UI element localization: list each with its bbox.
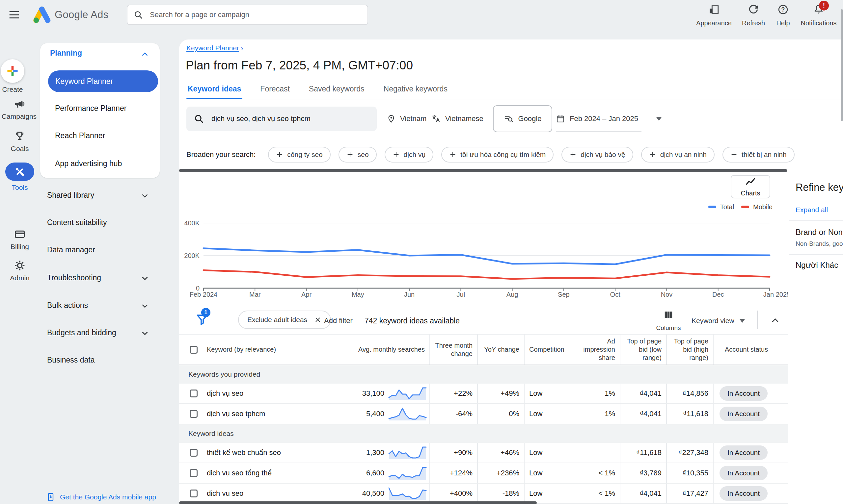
charts-toggle-button[interactable]: Charts [731, 175, 770, 198]
header-top-bid-low[interactable]: Top of page bid (low range) [620, 335, 666, 364]
header-yoy-change[interactable]: YoY change [477, 335, 524, 364]
chevron-up-icon[interactable] [140, 49, 150, 59]
row-checkbox[interactable] [190, 390, 197, 397]
breadcrumb[interactable]: Keyword Planner › [186, 44, 243, 52]
chevron-down-icon[interactable] [140, 191, 150, 201]
chevron-down-icon[interactable] [140, 273, 150, 283]
location-selector[interactable]: Vietnam [387, 107, 427, 131]
tab-negative-keywords[interactable]: Negative keywords [382, 85, 449, 100]
sidebar-section-planning[interactable]: Planning [50, 49, 82, 58]
broaden-chip[interactable]: seo [339, 147, 377, 163]
dropdown-arrow-icon [656, 117, 662, 121]
broaden-chip[interactable]: dịch vụ an ninh [641, 147, 715, 163]
refresh-button[interactable]: Refresh [738, 4, 769, 27]
sidebar-section-business-data[interactable]: Business data [47, 356, 94, 364]
header-ad-impression-share[interactable]: Ad impression share [572, 335, 620, 364]
keyword-search-input[interactable]: dịch vụ seo, dịch vụ seo tphcm [186, 107, 377, 131]
refine-group-nguoi-khac[interactable]: Người Khác [795, 260, 838, 270]
row-checkbox[interactable] [190, 469, 197, 477]
plus-icon [346, 151, 354, 158]
broaden-chip[interactable]: công ty seo [268, 147, 330, 163]
expand-all-link[interactable]: Expand all [795, 206, 828, 214]
header-three-month-change[interactable]: Three month change [429, 335, 477, 364]
vertical-scrollbar[interactable] [841, 9, 843, 121]
account-status-badge[interactable]: In Account [720, 407, 768, 421]
sidebar-section-troubleshooting[interactable]: Troubleshooting [47, 273, 101, 282]
section-row-keywords-you-provided: Keywords you provided [179, 365, 788, 383]
legend-label-mobile: Mobile [753, 203, 773, 211]
nav-tools[interactable]: Tools [0, 163, 39, 192]
mobile-app-link[interactable]: Get the Google Ads mobile app [46, 491, 156, 503]
table-row[interactable]: dịch vụ seo 33,100 +22% +49% Low 1% ₫4,0… [179, 383, 788, 404]
appearance-button[interactable]: Appearance [695, 4, 733, 27]
table-row[interactable]: dịch vụ seo tphcm 5,400 -64% 0% Low 1% ₫… [179, 404, 788, 425]
language-selector[interactable]: Vietnamese [431, 107, 483, 131]
sidebar-item-performance-planner[interactable]: Performance Planner [55, 104, 126, 113]
sidebar-section-shared-library[interactable]: Shared library [47, 191, 94, 200]
mobile-phone-download-icon [46, 491, 55, 503]
chevron-down-icon[interactable] [140, 328, 150, 338]
tab-saved-keywords[interactable]: Saved keywords [308, 85, 366, 100]
row-checkbox[interactable] [190, 410, 197, 418]
horizontal-scrollbar-top[interactable] [179, 169, 787, 172]
table-row[interactable]: dich vu seo 40,500 +400% -18% Low < 1% ₫… [179, 484, 788, 504]
nav-goals[interactable]: Goals [0, 130, 39, 152]
broaden-chip[interactable]: thiết bị an ninh [722, 147, 795, 163]
search-icon [194, 113, 204, 124]
global-search-box[interactable] [127, 5, 368, 25]
header-avg-monthly-searches[interactable]: Avg. monthly searches [353, 335, 429, 364]
top-bid-high-value: ₫11,618 [666, 404, 713, 424]
filter-chip-exclude-adult[interactable]: Exclude adult ideas [238, 310, 331, 329]
sidebar-section-budgets-and-bidding[interactable]: Budgets and bidding [47, 328, 116, 337]
table-row[interactable]: dịch vụ seo tổng thể 6,600 +124% +236% L… [179, 463, 788, 484]
svg-text:Jan 2025: Jan 2025 [763, 291, 788, 298]
competition-value: Low [524, 484, 572, 503]
sidebar-item-app-advertising-hub[interactable]: App advertising hub [55, 159, 122, 168]
broaden-chip[interactable]: dịch vụ bảo vệ [562, 147, 633, 163]
row-checkbox[interactable] [190, 449, 197, 457]
calendar-icon [556, 114, 565, 123]
nav-campaigns[interactable]: Campaigns [0, 98, 39, 121]
account-status-badge[interactable]: In Account [720, 466, 768, 480]
table-header-row: Keyword (by relevance) Avg. monthly sear… [179, 334, 788, 365]
account-status-badge[interactable]: In Account [720, 486, 768, 501]
header-competition[interactable]: Competition [524, 335, 572, 364]
table-row[interactable]: thiết kế web chuẩn seo 1,300 +90% +46% L… [179, 443, 788, 463]
mobile-series-swatch [741, 205, 749, 208]
horizontal-scrollbar-bottom[interactable] [179, 501, 537, 504]
collapse-table-button[interactable] [768, 313, 782, 328]
close-icon[interactable] [314, 316, 322, 324]
notifications-button[interactable]: ! Notifications [798, 4, 839, 27]
broaden-chip[interactable]: dịch vụ [385, 147, 434, 163]
header-account-status[interactable]: Account status [713, 335, 788, 364]
plus-icon [393, 151, 400, 158]
sidebar-section-content-suitability[interactable]: Content suitability [47, 218, 107, 227]
sidebar-item-keyword-planner[interactable]: Keyword Planner [48, 70, 158, 92]
svg-text:Dec: Dec [712, 291, 724, 298]
global-search-input[interactable] [149, 10, 362, 19]
chevron-down-icon[interactable] [140, 301, 150, 311]
create-button[interactable]: Create [0, 59, 32, 93]
tab-forecast[interactable]: Forecast [259, 85, 291, 100]
sidebar-section-bulk-actions[interactable]: Bulk actions [47, 301, 88, 310]
account-status-badge[interactable]: In Account [720, 446, 768, 460]
sidebar-section-data-manager[interactable]: Data manager [47, 246, 95, 254]
row-checkbox[interactable] [190, 489, 197, 498]
add-filter-button[interactable]: Add filter [324, 308, 353, 334]
help-button[interactable]: ? Help [773, 4, 794, 27]
svg-text:Jun: Jun [404, 291, 415, 298]
account-status-badge[interactable]: In Account [720, 386, 768, 401]
broaden-chip[interactable]: tối ưu hóa công cụ tìm kiếm [441, 147, 553, 163]
sidebar-item-reach-planner[interactable]: Reach Planner [55, 131, 105, 140]
refine-group-brand[interactable]: Brand or Non [795, 228, 843, 237]
tab-keyword-ideas[interactable]: Keyword ideas [186, 85, 242, 100]
date-range-selector[interactable]: Feb 2024 – Jan 2025 [556, 107, 662, 131]
header-top-bid-high[interactable]: Top of page bid (high range) [666, 335, 713, 364]
select-all-checkbox[interactable] [190, 346, 197, 354]
network-selector[interactable]: Google [493, 105, 552, 132]
nav-admin[interactable]: Admin [0, 259, 39, 282]
columns-button[interactable]: Columns [650, 310, 687, 331]
view-selector[interactable]: Keyword view [691, 308, 745, 334]
main-menu-icon[interactable] [8, 8, 20, 21]
nav-billing[interactable]: Billing [0, 228, 39, 251]
